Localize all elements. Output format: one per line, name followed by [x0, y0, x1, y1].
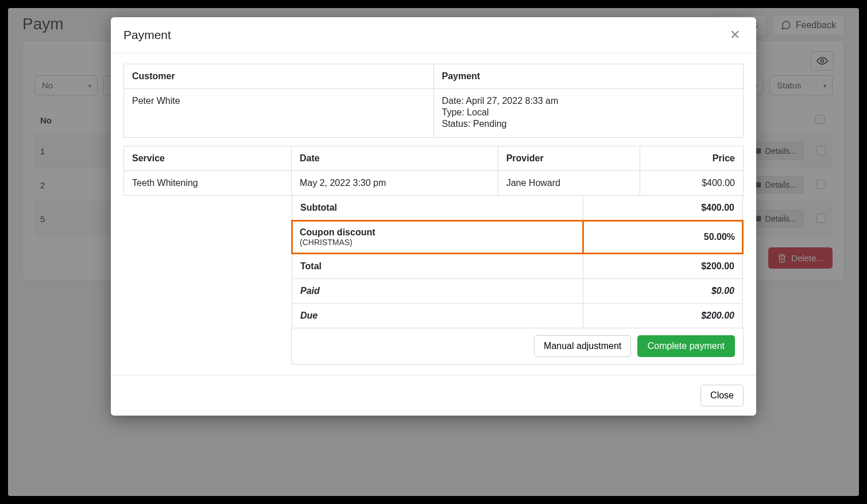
payment-actions: Manual adjustment Complete payment: [291, 328, 744, 365]
coupon-row: Coupon discount (CHRISTMAS) 50.00%: [292, 221, 743, 254]
payment-modal: Payment ✕ Customer Payment Peter White D…: [111, 17, 756, 416]
due-label: Due: [292, 304, 583, 328]
payment-type-value: Local: [467, 107, 489, 117]
col-provider: Provider: [498, 146, 640, 171]
coupon-label: Coupon discount: [300, 227, 575, 238]
payment-status-value: Pending: [473, 119, 507, 129]
customer-name: Peter White: [124, 89, 434, 138]
total-row: Total $200.00: [292, 254, 743, 279]
cell-date: May 2, 2022 3:30 pm: [292, 171, 498, 196]
payment-type-label: Type:: [442, 107, 465, 117]
modal-body: Customer Payment Peter White Date: April…: [111, 53, 756, 375]
close-icon[interactable]: ✕: [726, 28, 744, 42]
due-value: $200.00: [583, 304, 743, 328]
service-row: Teeth Whitening May 2, 2022 3:30 pm Jane…: [124, 171, 744, 196]
modal-header: Payment ✕: [111, 17, 756, 53]
subtotal-row: Subtotal $400.00: [292, 196, 743, 221]
info-table: Customer Payment Peter White Date: April…: [123, 64, 744, 138]
coupon-cell: Coupon discount (CHRISTMAS): [292, 221, 583, 254]
col-service: Service: [124, 146, 292, 171]
cell-price: $400.00: [640, 171, 744, 196]
cell-service: Teeth Whitening: [124, 171, 292, 196]
payment-date-label: Date:: [442, 96, 464, 106]
service-table: Service Date Provider Price Teeth Whiten…: [123, 146, 744, 196]
manual-adjustment-button[interactable]: Manual adjustment: [534, 335, 631, 357]
col-price: Price: [640, 146, 744, 171]
due-row: Due $200.00: [292, 304, 743, 328]
subtotal-label: Subtotal: [292, 196, 583, 221]
paid-label: Paid: [292, 279, 583, 304]
customer-header: Customer: [124, 64, 434, 89]
payment-details-cell: Date: April 27, 2022 8:33 am Type: Local…: [434, 89, 744, 138]
close-button[interactable]: Close: [700, 385, 744, 406]
coupon-value: 50.00%: [583, 221, 743, 254]
complete-payment-button[interactable]: Complete payment: [637, 335, 735, 357]
payment-header: Payment: [434, 64, 744, 89]
payment-date-value: April 27, 2022 8:33 am: [466, 96, 558, 106]
modal-footer: Close: [111, 375, 756, 416]
payment-status-label: Status:: [442, 119, 471, 129]
modal-title: Payment: [123, 28, 171, 42]
summary-table: Subtotal $400.00 Coupon discount (CHRIST…: [291, 196, 744, 328]
total-label: Total: [292, 254, 583, 279]
total-value: $200.00: [583, 254, 743, 279]
paid-row: Paid $0.00: [292, 279, 743, 304]
cell-provider: Jane Howard: [498, 171, 640, 196]
col-date: Date: [292, 146, 498, 171]
subtotal-value: $400.00: [583, 196, 743, 221]
coupon-code: (CHRISTMAS): [300, 238, 575, 247]
paid-value: $0.00: [583, 279, 743, 304]
